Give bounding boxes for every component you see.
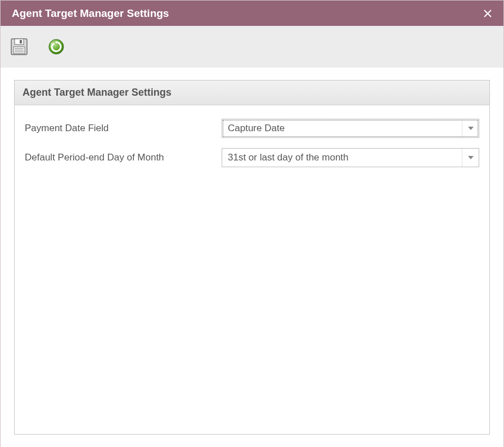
panel-body: Payment Date Field Capture Date Default …	[15, 105, 489, 191]
chevron-down-icon	[462, 149, 479, 167]
toolbar	[1, 26, 503, 68]
close-icon	[483, 9, 492, 18]
refresh-icon	[48, 38, 65, 55]
label-default-period-end: Default Period-end Day of Month	[25, 152, 222, 163]
close-button[interactable]	[481, 7, 494, 20]
row-payment-date-field: Payment Date Field Capture Date	[25, 119, 479, 138]
settings-panel: Agent Target Manager Settings Payment Da…	[14, 80, 490, 435]
panel-heading: Agent Target Manager Settings	[15, 81, 489, 105]
diskette-icon	[10, 38, 28, 56]
refresh-button[interactable]	[46, 36, 67, 57]
select-payment-date-field[interactable]: Capture Date	[222, 119, 479, 138]
content-area: Agent Target Manager Settings Payment Da…	[1, 68, 503, 447]
svg-marker-11	[468, 127, 474, 130]
settings-window: Agent Target Manager Settings	[0, 0, 504, 447]
select-value: Capture Date	[222, 119, 462, 137]
save-button[interactable]	[8, 36, 30, 57]
titlebar: Agent Target Manager Settings	[1, 1, 503, 26]
row-default-period-end: Default Period-end Day of Month 31st or …	[25, 148, 479, 167]
svg-rect-3	[15, 39, 24, 44]
select-value: 31st or last day of the month	[222, 149, 462, 167]
svg-marker-12	[468, 156, 474, 159]
label-payment-date-field: Payment Date Field	[25, 123, 222, 134]
svg-rect-4	[20, 40, 22, 43]
select-default-period-end[interactable]: 31st or last day of the month	[222, 148, 479, 167]
chevron-down-icon	[462, 119, 479, 137]
window-title: Agent Target Manager Settings	[12, 7, 169, 20]
